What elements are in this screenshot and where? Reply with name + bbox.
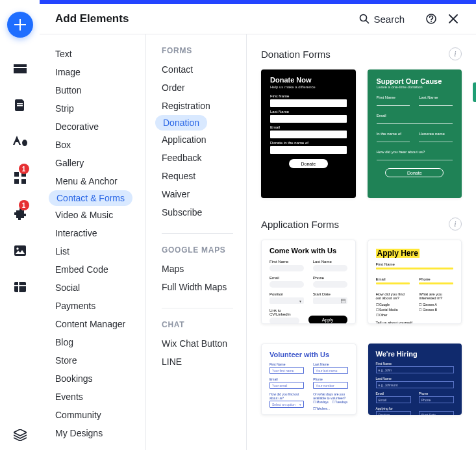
field-label: Email xyxy=(376,277,410,281)
template-card-apply-here[interactable]: Apply Here First Name Email Phone How di… xyxy=(368,240,462,324)
category-item[interactable]: Contact & Forms xyxy=(49,190,132,206)
select-input: Position xyxy=(376,411,411,415)
search-button[interactable]: Search xyxy=(359,14,405,25)
template-card-support-cause[interactable]: Support Our Cause Leave a one-time donat… xyxy=(368,69,462,198)
rail-data[interactable] xyxy=(8,275,32,299)
rail-theme[interactable] xyxy=(8,130,32,153)
subcategory-item[interactable]: Donation xyxy=(155,115,207,131)
category-item[interactable]: Interactive xyxy=(55,224,145,242)
category-item[interactable]: Image xyxy=(55,63,145,81)
field-label: In the name of xyxy=(377,132,410,136)
field-label: What are you interested in? xyxy=(419,292,453,300)
subcategory-item[interactable]: Application xyxy=(162,131,246,149)
rail-sections[interactable] xyxy=(8,57,32,81)
subcategory-item[interactable]: LINE xyxy=(162,353,246,371)
field-label: Position xyxy=(269,292,304,296)
calendar-icon xyxy=(341,299,345,303)
category-item[interactable]: Store xyxy=(55,351,145,369)
field-label: First Name xyxy=(269,260,304,264)
category-item[interactable]: Payments xyxy=(55,297,145,315)
category-item[interactable]: Blog xyxy=(55,333,145,351)
category-item[interactable]: Strip xyxy=(55,99,145,118)
chevron-down-icon: ▾ xyxy=(299,403,301,406)
svg-rect-10 xyxy=(14,282,26,292)
category-item[interactable]: Social xyxy=(55,279,145,297)
category-item[interactable]: Bookings xyxy=(55,369,145,388)
subcategory-item[interactable]: Full Width Maps xyxy=(162,278,246,296)
svg-rect-4 xyxy=(14,172,19,177)
subcategory-item[interactable]: Feedback xyxy=(162,149,246,167)
subcategory-item[interactable]: Registration xyxy=(162,97,246,115)
rail-media[interactable] xyxy=(8,239,32,262)
category-item[interactable]: Text xyxy=(55,45,145,63)
card-title: Volunteer with Us xyxy=(269,351,348,358)
category-item[interactable]: Gallery xyxy=(55,154,145,172)
subcategory-item[interactable]: Waiver xyxy=(162,185,246,203)
svg-line-14 xyxy=(366,21,370,24)
template-card-donate-now[interactable]: Donate Now Help us make a difference Fir… xyxy=(261,69,356,198)
template-card-come-work[interactable]: Come Work with Us First Name Last Name E… xyxy=(261,240,356,324)
category-item[interactable]: My Designs xyxy=(55,424,145,442)
category-item[interactable]: Video & Music xyxy=(55,206,145,224)
chevron-down-icon: ▾ xyxy=(299,299,301,303)
text-input xyxy=(419,282,453,284)
text-input xyxy=(376,268,454,269)
subcategory-item[interactable]: Wix Chat Button xyxy=(162,334,246,353)
field-label: Last Name xyxy=(376,377,455,381)
add-elements-panel: Add Elements Search TextImageButtonStrip… xyxy=(40,4,476,450)
info-icon: i xyxy=(454,219,456,229)
rail-layers[interactable] xyxy=(0,429,40,441)
checkbox-option: Social Media xyxy=(376,308,410,312)
svg-rect-12 xyxy=(18,282,19,292)
add-button[interactable] xyxy=(7,12,33,38)
text-input xyxy=(313,265,347,271)
field-label: First Name xyxy=(377,95,410,99)
category-item[interactable]: List xyxy=(55,242,145,260)
category-item[interactable]: Button xyxy=(55,81,145,99)
field-label: How did you find out about us? xyxy=(376,292,410,300)
card-subtitle: Help us make a difference xyxy=(270,85,347,89)
category-item[interactable]: Decorative xyxy=(55,118,145,136)
subcategory-item[interactable]: Contact xyxy=(162,60,246,79)
text-input xyxy=(269,318,299,324)
text-input: Your last name xyxy=(313,367,347,374)
search-label: Search xyxy=(373,14,405,25)
rail-extensions[interactable]: 1 xyxy=(8,203,32,226)
template-card-volunteer[interactable]: Volunteer with Us First NameYour first n… xyxy=(261,344,357,415)
category-item[interactable]: Box xyxy=(55,136,145,154)
rail-pages[interactable] xyxy=(8,94,32,117)
text-input: e.g. Johnsont xyxy=(376,381,455,388)
subcategory-item[interactable]: Subscribe xyxy=(162,203,246,221)
text-input: Email xyxy=(376,396,411,403)
category-item[interactable]: Menu & Anchor xyxy=(55,172,145,190)
template-card-hiring[interactable]: We're Hiring First Namee.g. John Last Na… xyxy=(368,344,462,415)
rail-apps[interactable]: 1 xyxy=(8,166,32,190)
field-label: Email xyxy=(270,125,347,129)
close-button[interactable] xyxy=(445,10,462,27)
svg-rect-3 xyxy=(17,105,23,106)
left-nav-rail: 1 1 xyxy=(0,0,40,450)
section-title: Donation Forms xyxy=(261,49,331,60)
field-label: Applying for xyxy=(376,406,455,410)
svg-rect-6 xyxy=(14,179,19,184)
subcategory-item[interactable]: Order xyxy=(162,79,246,97)
font-drop-icon xyxy=(13,136,27,147)
category-item[interactable]: Events xyxy=(55,388,145,406)
field-label: Last Name xyxy=(270,110,347,114)
info-button[interactable]: i xyxy=(449,218,462,231)
checkbox-option: Classes B xyxy=(419,308,453,312)
subcategory-item[interactable]: Maps xyxy=(162,260,246,278)
group-title: CHAT xyxy=(162,320,246,329)
field-label: Link to CV/LinkedIn xyxy=(269,308,299,316)
svg-rect-0 xyxy=(14,64,27,67)
category-item[interactable]: Content Manager xyxy=(55,315,145,333)
field-label: Last Name xyxy=(419,95,453,99)
help-button[interactable] xyxy=(423,10,440,27)
field-label: First Name xyxy=(376,362,455,366)
date-input xyxy=(313,297,347,304)
info-button[interactable]: i xyxy=(449,47,462,60)
panel-body: TextImageButtonStripDecorativeBoxGallery… xyxy=(40,34,476,450)
category-item[interactable]: Community xyxy=(55,406,145,424)
category-item[interactable]: Embed Code xyxy=(55,260,145,279)
subcategory-item[interactable]: Request xyxy=(162,167,246,185)
